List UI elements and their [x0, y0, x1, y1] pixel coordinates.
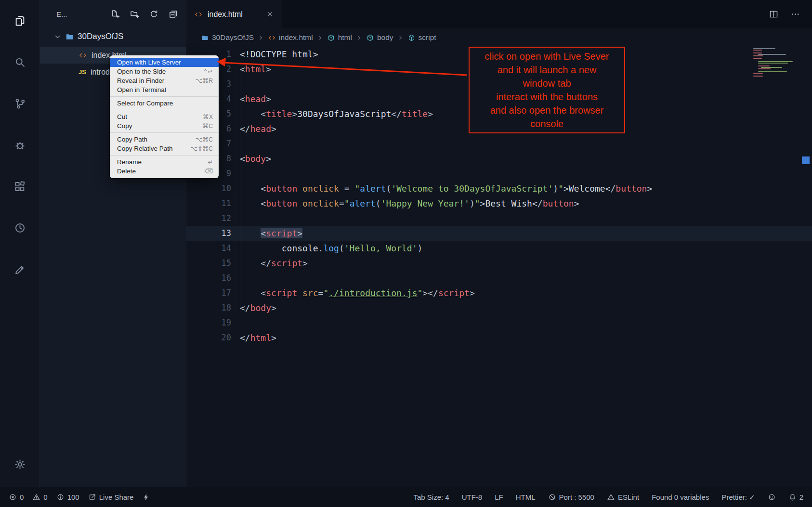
menu-item-copy-path[interactable]: Copy Path⌥⌘C	[110, 135, 219, 144]
status-tab-size[interactable]: Tab Size: 4	[413, 493, 449, 501]
code-line-7[interactable]: 7	[186, 136, 812, 151]
activity-source-control[interactable]	[0, 83, 40, 124]
new-folder-button[interactable]	[130, 9, 140, 19]
tab-index-html[interactable]: index.html	[186, 0, 282, 28]
refresh-explorer-button[interactable]	[149, 9, 159, 19]
code-token: >	[470, 288, 475, 298]
line-number[interactable]: 19	[186, 315, 236, 330]
menu-item-open-in-terminal[interactable]: Open in Terminal	[110, 85, 219, 94]
code-line-18[interactable]: 18</body>	[186, 300, 812, 315]
activity-run-debug[interactable]	[0, 124, 40, 166]
status-language-mode[interactable]: HTML	[516, 493, 536, 501]
activity-timeline[interactable]	[0, 207, 40, 248]
tree-item-root-folder[interactable]: 30DaysOfJS	[40, 28, 186, 45]
code-line-14[interactable]: 14 console.log('Hello, World')	[186, 241, 812, 256]
status-live-share[interactable]: Live Share	[88, 493, 134, 501]
minimap[interactable]	[753, 48, 795, 77]
minimap-line	[753, 64, 795, 65]
collapse-all-icon	[168, 9, 178, 19]
menu-separator	[110, 155, 218, 156]
code-token: html	[245, 64, 266, 74]
code-token: >	[428, 109, 433, 119]
line-number[interactable]: 13	[186, 226, 236, 241]
more-actions-button[interactable]	[790, 9, 800, 19]
activity-extensions[interactable]	[0, 166, 40, 207]
indent-guide	[240, 62, 240, 315]
code-token: )	[553, 183, 558, 194]
breadcrumb-index-html[interactable]: index.html	[268, 33, 313, 42]
code-token: <	[261, 109, 266, 119]
status-zap[interactable]	[142, 493, 150, 501]
activity-settings[interactable]	[0, 443, 40, 485]
breadcrumb-script[interactable]: script	[407, 33, 436, 42]
line-number[interactable]: 10	[186, 181, 236, 196]
line-number[interactable]: 15	[186, 256, 236, 271]
code-token: <	[240, 94, 245, 104]
status-port[interactable]: Port : 5500	[548, 493, 594, 501]
menu-item-copy[interactable]: Copy⌘C	[110, 121, 219, 130]
code-line-10[interactable]: 10 <button onclick = "alert('Welcome to …	[186, 181, 812, 196]
breadcrumb-html[interactable]: html	[327, 33, 352, 42]
breadcrumb-label: body	[377, 33, 393, 42]
activity-explorer[interactable]	[0, 0, 40, 41]
code-line-11[interactable]: 11 <button onclick="alert('Happy New Yea…	[186, 196, 812, 211]
menu-item-delete[interactable]: Delete⌫	[110, 167, 219, 176]
code-token: </	[532, 198, 543, 208]
code-text	[236, 136, 240, 151]
code-line-16[interactable]: 16	[186, 271, 812, 286]
code-line-15[interactable]: 15 </script>	[186, 256, 812, 271]
menu-item-copy-relative-path[interactable]: Copy Relative Path⌥⇧⌘C	[110, 144, 219, 153]
status-encoding[interactable]: UTF-8	[462, 493, 483, 501]
code-line-19[interactable]: 19	[186, 315, 812, 330]
code-token: </	[261, 258, 271, 268]
status-info[interactable]: 100	[56, 493, 79, 501]
code-token: script	[266, 288, 297, 298]
line-number[interactable]: 12	[186, 211, 236, 226]
annotation-line: and it will launch a new	[470, 63, 624, 77]
status-warnings[interactable]: 0	[32, 493, 47, 501]
line-number[interactable]: 16	[186, 271, 236, 286]
status-variables[interactable]: Found 0 variables	[652, 493, 709, 501]
menu-item-open-to-the-side[interactable]: Open to the Side⌃↵	[110, 67, 219, 76]
code-line-12[interactable]: 12	[186, 211, 812, 226]
code-line-17[interactable]: 17 <script src="./introduction.js"></scr…	[186, 286, 812, 300]
menu-item-open-with-live-server[interactable]: Open with Live Server	[110, 58, 219, 67]
scrollbar-marker[interactable]	[802, 156, 810, 164]
code-token: <!DOCTYPE html>	[240, 49, 318, 59]
status-eol[interactable]: LF	[495, 493, 503, 501]
status-errors[interactable]: 0	[9, 493, 24, 501]
code-token: <	[261, 288, 266, 298]
code-line-9[interactable]: 9	[186, 166, 812, 181]
status-text: 0	[43, 493, 47, 501]
menu-item-reveal-in-finder[interactable]: Reveal in Finder⌥⌘R	[110, 76, 219, 85]
line-number[interactable]: 18	[186, 300, 236, 315]
status-prettier[interactable]: Prettier: ✓	[721, 493, 755, 502]
menu-label: Copy Path	[117, 136, 147, 143]
code-line-8[interactable]: 8<body>	[186, 151, 812, 166]
code-line-13[interactable]: 13 <script>	[186, 226, 812, 241]
line-number[interactable]: 14	[186, 241, 236, 256]
activity-feedback[interactable]	[0, 248, 40, 290]
line-number[interactable]: 20	[186, 330, 236, 345]
code-token: <	[240, 64, 245, 74]
breadcrumb-30daysofjs[interactable]: 30DaysOfJS	[201, 33, 254, 42]
status-notifications[interactable]: 2	[788, 493, 803, 501]
menu-item-rename[interactable]: Rename↵	[110, 157, 219, 167]
menu-item-select-for-compare[interactable]: Select for Compare	[110, 99, 219, 108]
activity-search[interactable]	[0, 41, 40, 83]
status-smiley[interactable]	[768, 493, 776, 501]
code-token: Best Wish	[485, 198, 532, 208]
split-editor-button[interactable]	[769, 9, 779, 19]
new-file-button[interactable]	[110, 9, 120, 19]
code-token: =	[318, 288, 324, 298]
code-line-20[interactable]: 20</html>	[186, 330, 812, 345]
code-token: "	[418, 288, 423, 298]
collapse-folders-button[interactable]	[168, 9, 178, 19]
menu-item-cut[interactable]: Cut⌘X	[110, 112, 219, 121]
breadcrumb-body[interactable]: body	[366, 33, 393, 42]
line-number[interactable]: 11	[186, 196, 236, 211]
code-token: >	[266, 64, 271, 74]
status-eslint[interactable]: ESLint	[607, 493, 639, 501]
line-number[interactable]: 17	[186, 286, 236, 300]
close-icon[interactable]	[266, 10, 274, 18]
